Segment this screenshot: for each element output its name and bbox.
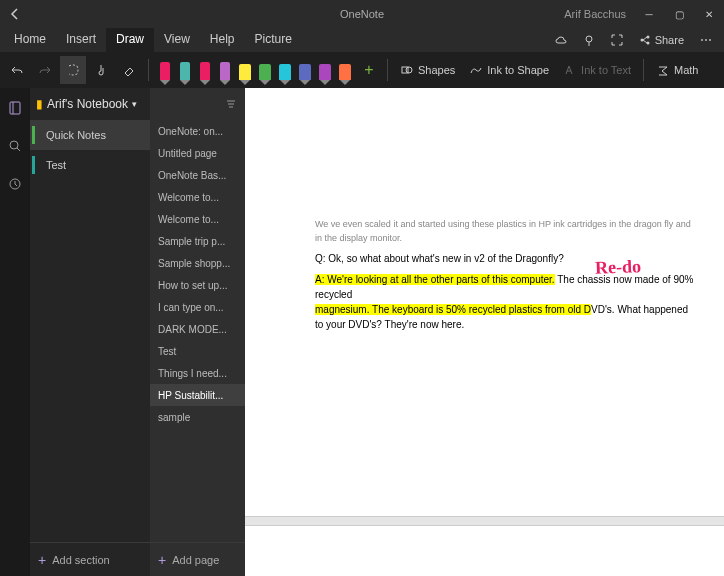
note-text-clipped: We ve even scaled it and started using t… <box>315 218 694 245</box>
add-page-button[interactable]: + Add page <box>150 542 245 576</box>
page-item[interactable]: Things I need... <box>150 362 245 384</box>
maximize-button[interactable]: ▢ <box>664 0 694 28</box>
sort-icon[interactable] <box>225 98 237 110</box>
page-item[interactable]: OneNote: on... <box>150 120 245 142</box>
cloud-icon[interactable] <box>549 28 573 52</box>
plus-icon: + <box>158 552 166 568</box>
note-canvas[interactable]: We ve even scaled it and started using t… <box>245 88 724 576</box>
ink-to-shape-button[interactable]: Ink to Shape <box>463 56 555 84</box>
svg-point-0 <box>586 36 592 42</box>
notebooks-icon[interactable] <box>0 94 30 122</box>
shapes-button[interactable]: Shapes <box>394 56 461 84</box>
pen-2[interactable] <box>196 55 214 85</box>
menu-insert[interactable]: Insert <box>56 28 106 52</box>
app-title: OneNote <box>340 8 384 20</box>
user-name[interactable]: Arif Bacchus <box>564 8 626 20</box>
page-item[interactable]: Test <box>150 340 245 362</box>
note-answer: A: We're looking at all the other parts … <box>315 272 694 332</box>
chevron-down-icon: ▾ <box>132 99 137 109</box>
page-item[interactable]: HP Sustabilit... <box>150 384 245 406</box>
page-break <box>245 516 724 526</box>
page-item[interactable]: DARK MODE... <box>150 318 245 340</box>
titlebar: OneNote Arif Bacchus ─ ▢ ✕ <box>0 0 724 28</box>
highlighter-7[interactable] <box>296 55 314 85</box>
svg-point-3 <box>646 42 649 45</box>
more-icon[interactable]: ⋯ <box>694 28 718 52</box>
close-button[interactable]: ✕ <box>694 0 724 28</box>
highlighter-9[interactable] <box>336 55 354 85</box>
sections-column: ▮ Arif's Notebook ▾ Quick NotesTest + Ad… <box>30 88 150 576</box>
svg-point-2 <box>646 36 649 39</box>
touch-draw-button[interactable] <box>88 56 114 84</box>
recent-icon[interactable] <box>0 170 30 198</box>
add-section-button[interactable]: + Add section <box>30 542 150 576</box>
fullscreen-icon[interactable] <box>605 28 629 52</box>
ink-to-text-button: Ink to Text <box>557 56 637 84</box>
plus-icon: + <box>38 552 46 568</box>
add-pen-button[interactable]: + <box>357 61 381 79</box>
highlighter-5[interactable] <box>256 55 274 85</box>
svg-point-5 <box>406 67 412 73</box>
eraser-button[interactable] <box>116 56 142 84</box>
note-content[interactable]: We ve even scaled it and started using t… <box>315 218 694 332</box>
svg-rect-6 <box>10 102 20 114</box>
share-label: Share <box>655 34 684 46</box>
notebook-icon: ▮ <box>36 97 43 111</box>
notebook-selector[interactable]: ▮ Arif's Notebook ▾ <box>30 88 150 120</box>
page-item[interactable]: sample <box>150 406 245 428</box>
page-item[interactable]: Sample trip p... <box>150 230 245 252</box>
nav-rail <box>0 88 30 576</box>
math-button[interactable]: Math <box>650 56 704 84</box>
page-item[interactable]: Untitled page <box>150 142 245 164</box>
search-icon[interactable] <box>0 132 30 160</box>
highlighter-4[interactable] <box>236 55 254 85</box>
menu-view[interactable]: View <box>154 28 200 52</box>
section-label: Test <box>38 159 66 171</box>
page-item[interactable]: OneNote Bas... <box>150 164 245 186</box>
section-label: Quick Notes <box>38 129 106 141</box>
pages-column: OneNote: on...Untitled pageOneNote Bas..… <box>150 88 245 576</box>
page-item[interactable]: How to set up... <box>150 274 245 296</box>
undo-button[interactable] <box>4 56 30 84</box>
note-question: Q: Ok, so what about what's new in v2 of… <box>315 251 694 266</box>
pen-0[interactable] <box>156 55 174 85</box>
svg-point-1 <box>640 39 643 42</box>
menu-draw[interactable]: Draw <box>106 28 154 52</box>
draw-toolbar: + Shapes Ink to Shape Ink to Text Math <box>0 52 724 88</box>
notebook-name: Arif's Notebook <box>47 97 128 111</box>
minimize-button[interactable]: ─ <box>634 0 664 28</box>
menu-home[interactable]: Home <box>4 28 56 52</box>
menu-picture[interactable]: Picture <box>245 28 302 52</box>
menu-help[interactable]: Help <box>200 28 245 52</box>
pen-3[interactable] <box>216 55 234 85</box>
back-button[interactable] <box>0 0 30 28</box>
section-item[interactable]: Test <box>30 150 150 180</box>
svg-point-7 <box>10 141 18 149</box>
page-item[interactable]: Welcome to... <box>150 208 245 230</box>
share-button[interactable]: Share <box>633 34 690 46</box>
redo-button[interactable] <box>32 56 58 84</box>
page-item[interactable]: I can type on... <box>150 296 245 318</box>
highlighter-8[interactable] <box>316 55 334 85</box>
page-item[interactable]: Welcome to... <box>150 186 245 208</box>
lightbulb-icon[interactable] <box>577 28 601 52</box>
menubar: HomeInsertDrawViewHelpPicture Share ⋯ <box>0 28 724 52</box>
highlighter-6[interactable] <box>276 55 294 85</box>
page-item[interactable]: Sample shopp... <box>150 252 245 274</box>
pen-1[interactable] <box>176 55 194 85</box>
lasso-select-button[interactable] <box>60 56 86 84</box>
section-item[interactable]: Quick Notes <box>30 120 150 150</box>
